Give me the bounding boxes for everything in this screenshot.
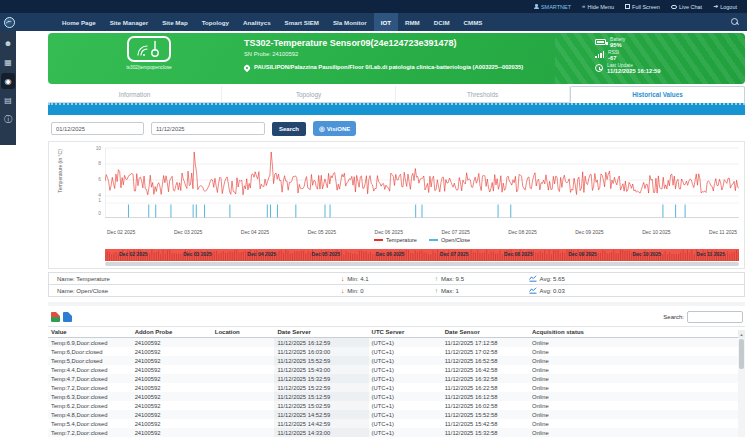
nav-item-home-page[interactable]: Home Page [55, 13, 103, 31]
table-row[interactable]: Temp:4.8,Door:closed2410059211/12/2025 1… [48, 410, 745, 419]
x-tick-label: Dec 04 2025 [241, 229, 269, 235]
legend-label: Open/Close [441, 237, 470, 243]
battery-stat: Battery95% [595, 37, 745, 48]
sidebar-icon-apps-grid[interactable]: ▦ [1, 54, 15, 70]
nav-item-iot[interactable]: IOT [374, 13, 398, 31]
battery-icon [595, 39, 606, 45]
search-icon[interactable] [731, 18, 739, 26]
cell-date-sensor: 11/12/2025 16:12:58 [442, 392, 529, 401]
table-row[interactable]: Temp:6.3,Door:closed2410059211/12/2025 1… [48, 392, 745, 401]
chart-navigator[interactable]: Dec 02 2025Dec 03 2025Dec 04 2025Dec 05 … [105, 246, 739, 261]
table-row[interactable]: Temp:4.7,Door:closed2410059211/12/2025 1… [48, 374, 745, 383]
chevrons-left-icon: « [582, 4, 585, 9]
date-to-input[interactable] [151, 122, 265, 135]
scroll-thumb[interactable] [739, 339, 744, 369]
nav-item-rmm[interactable]: RMM [398, 13, 427, 31]
cell-date-sensor: 11/12/2025 15:52:58 [442, 410, 529, 419]
content-area: ts302|tempopenclose TS302-Temperature Se… [48, 33, 745, 437]
plot-area: Dec 02 2025Dec 03 2025Dec 04 2025Dec 05 … [105, 146, 739, 266]
search-button[interactable]: Search [272, 122, 306, 136]
sidebar-icon-info[interactable]: ⓘ [1, 111, 15, 127]
chat-bubble-icon [671, 5, 677, 9]
nav-item-sla-monitor[interactable]: Sla Monitor [326, 13, 374, 31]
tab-historical-values[interactable]: Historical Values [570, 86, 745, 103]
cell-date-server: 11/12/2025 15:32:59 [274, 374, 368, 383]
sidebar-rail: ☻▦◉▤ⓘ [0, 31, 16, 145]
hide-menu-button[interactable]: «Hide Menu [582, 4, 614, 10]
nav-item-site-manager[interactable]: Site Manager [103, 13, 156, 31]
table-search-input[interactable] [687, 311, 743, 323]
scroll-up-arrow[interactable]: ▲ [738, 330, 745, 338]
history-table-section: Search: ValueAddon ProbeLocationDate Ser… [48, 310, 745, 437]
table-row[interactable]: Temp:7.2,Door:closed2410059211/12/2025 1… [48, 383, 745, 392]
sensor-header-card: ts302|tempopenclose TS302-Temperature Se… [48, 33, 745, 84]
column-header-value[interactable]: Value [48, 327, 132, 338]
cell-location [212, 428, 275, 437]
app-logo[interactable] [4, 17, 15, 28]
nav-item-cmms[interactable]: CMMS [457, 13, 490, 31]
nav-item-topology[interactable]: Topology [195, 13, 236, 31]
max-arrow-icon: ↑ [435, 275, 438, 282]
column-header-date-server[interactable]: Date Server [274, 327, 368, 338]
cell-addon-probe: 24100592 [132, 383, 212, 392]
column-header-utc-server[interactable]: UTC Server [369, 327, 442, 338]
nav-item-site-map[interactable]: Site Map [155, 13, 194, 31]
column-header-addon-probe[interactable]: Addon Probe [132, 327, 212, 338]
legend-item-temperature[interactable]: Temperature [374, 237, 417, 243]
rssi-icon [595, 51, 604, 58]
visione-button[interactable]: ◎VisiONE [313, 121, 356, 136]
panel-header-strip [48, 103, 745, 115]
table-row[interactable]: Temp:4.4,Door:closed2410059211/12/2025 1… [48, 365, 745, 374]
export-pdf-icon[interactable] [51, 312, 60, 322]
live-chat-button[interactable]: Live Chat [671, 4, 702, 10]
nav-item-smart-siem[interactable]: Smart SIEM [278, 13, 326, 31]
export-csv-icon[interactable] [63, 312, 72, 322]
user-menu[interactable]: SMARTNET [534, 4, 571, 10]
battery-value: 95% [610, 42, 625, 48]
navigator-scrollbar[interactable] [105, 262, 739, 266]
column-header-location[interactable]: Location [212, 327, 275, 338]
cell-location [212, 401, 275, 410]
column-header-acquisition-status[interactable]: Acquisition status [529, 327, 745, 338]
cell-date-sensor: 11/12/2025 15:32:58 [442, 428, 529, 437]
tab-information[interactable]: Information [48, 86, 222, 103]
sidebar-icon-users[interactable]: ☻ [1, 35, 15, 51]
cell-location [212, 410, 275, 419]
legend-item-open-close[interactable]: Open/Close [429, 237, 470, 243]
cell-acquisition-status: Online [529, 419, 745, 428]
table-scrollbar[interactable]: ▲ [738, 330, 745, 437]
nav-item-dcim[interactable]: DCIM [427, 13, 457, 31]
table-row[interactable]: Temp:7.2,Door:closed2410059211/12/2025 1… [48, 428, 745, 437]
table-row[interactable]: Temp:6.9,Door:closed2410059211/12/2025 1… [48, 338, 745, 348]
main-chart[interactable] [105, 146, 739, 224]
cell-acquisition-status: Online [529, 356, 745, 365]
full-screen-button[interactable]: Full Screen [625, 4, 660, 10]
table-row[interactable]: Temp:6,Door:closed2410059211/12/2025 16:… [48, 347, 745, 356]
visione-label: VisiONE [327, 126, 351, 132]
cell-location [212, 347, 275, 356]
column-header-date-sensor[interactable]: Date Sensor [442, 327, 529, 338]
sidebar-icon-monitor-eye[interactable]: ◉ [1, 73, 15, 89]
table-row[interactable]: Temp:6.2,Door:closed2410059211/12/2025 1… [48, 401, 745, 410]
nav-item-analitycs[interactable]: Analitycs [236, 13, 278, 31]
table-row[interactable]: Temp:5,Door:closed2410059211/12/2025 15:… [48, 356, 745, 365]
x-tick-label: Dec 02 2025 [107, 229, 135, 235]
x-tick-label: Dec 10 2025 [642, 229, 670, 235]
device-block: ts302|tempopenclose [126, 36, 172, 84]
cell-utc-server: (UTC+1) [369, 401, 442, 410]
location-text: PAUSILIPON/Palazzina Pausilipon/Floor 0/… [254, 64, 523, 72]
sidebar-icon-docs[interactable]: ▤ [1, 92, 15, 108]
rssi-stat: RSSI-67 [595, 50, 745, 61]
visione-icon: ◎ [319, 126, 325, 132]
navigator-scroll-thumb[interactable] [105, 262, 739, 266]
table-header-row: ValueAddon ProbeLocationDate ServerUTC S… [48, 327, 745, 338]
date-from-input[interactable] [51, 122, 144, 135]
series-summaries: Name: Temperature↓Min: 4.1↑Max: 9.5Avg: … [48, 272, 745, 297]
sensor-stats: Battery95% RSSI-67 Last Update11/12/2025… [595, 33, 745, 84]
table-row[interactable]: Temp:5.4,Door:closed2410059211/12/2025 1… [48, 419, 745, 428]
tab-topology[interactable]: Topology [222, 86, 396, 103]
tab-thresholds[interactable]: Thresholds [396, 86, 570, 103]
logout-button[interactable]: ➔Logout [713, 4, 737, 10]
sn-probe: SN Probe: 24100592 [244, 51, 595, 57]
summary-max-value: Max: 9.5 [441, 276, 464, 282]
